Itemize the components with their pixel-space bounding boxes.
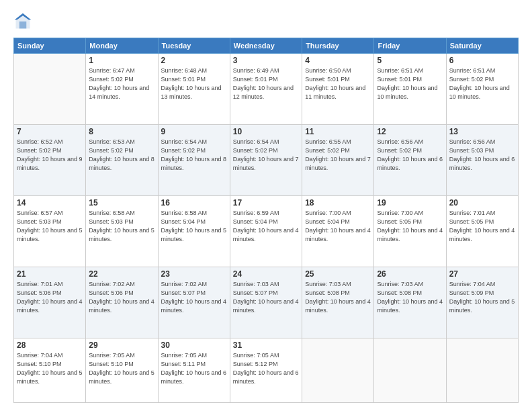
day-number: 23 [161,269,227,279]
day-info: Sunrise: 7:05 AMSunset: 5:10 PMDaylight:… [89,351,154,386]
day-info: Sunrise: 7:00 AMSunset: 5:04 PMDaylight:… [305,209,371,244]
calendar-cell [374,338,446,402]
calendar-cell: 30Sunrise: 7:05 AMSunset: 5:11 PMDayligh… [158,338,230,402]
weekday-header-saturday: Saturday [446,38,518,54]
calendar-week-row: 1Sunrise: 6:47 AMSunset: 5:02 PMDaylight… [14,54,519,125]
day-number: 28 [17,340,83,350]
day-number: 20 [449,198,515,208]
day-number: 12 [377,127,443,136]
calendar-cell: 17Sunrise: 6:59 AMSunset: 5:04 PMDayligh… [230,195,302,267]
calendar-cell: 5Sunrise: 6:51 AMSunset: 5:01 PMDaylight… [374,54,446,125]
calendar-cell: 15Sunrise: 6:58 AMSunset: 5:03 PMDayligh… [86,195,158,267]
day-info: Sunrise: 6:55 AMSunset: 5:02 PMDaylight:… [305,138,371,173]
calendar-cell: 29Sunrise: 7:05 AMSunset: 5:10 PMDayligh… [86,338,158,402]
calendar-cell: 19Sunrise: 7:00 AMSunset: 5:05 PMDayligh… [374,195,446,267]
day-number: 10 [233,127,299,136]
day-number: 22 [89,269,154,279]
day-number: 26 [377,269,443,279]
calendar-cell: 25Sunrise: 7:03 AMSunset: 5:08 PMDayligh… [302,267,374,338]
calendar-cell: 6Sunrise: 6:51 AMSunset: 5:02 PMDaylight… [446,54,518,125]
weekday-header-thursday: Thursday [302,38,374,54]
day-number: 24 [233,269,299,279]
day-number: 14 [17,198,83,208]
day-number: 21 [17,269,83,279]
day-number: 31 [233,340,299,350]
day-info: Sunrise: 7:05 AMSunset: 5:11 PMDaylight:… [161,351,227,386]
calendar-cell: 24Sunrise: 7:03 AMSunset: 5:07 PMDayligh… [230,267,302,338]
page: SundayMondayTuesdayWednesdayThursdayFrid… [0,0,532,411]
logo [13,12,35,31]
day-info: Sunrise: 6:49 AMSunset: 5:01 PMDaylight:… [233,66,299,101]
day-info: Sunrise: 6:56 AMSunset: 5:03 PMDaylight:… [449,138,515,173]
day-info: Sunrise: 6:54 AMSunset: 5:02 PMDaylight:… [233,138,299,173]
svg-rect-2 [19,21,27,29]
calendar-cell: 7Sunrise: 6:52 AMSunset: 5:02 PMDaylight… [14,124,86,195]
weekday-header-friday: Friday [374,38,446,54]
day-info: Sunrise: 7:02 AMSunset: 5:06 PMDaylight:… [89,280,154,315]
day-info: Sunrise: 6:51 AMSunset: 5:02 PMDaylight:… [449,66,515,101]
calendar-week-row: 7Sunrise: 6:52 AMSunset: 5:02 PMDaylight… [14,124,519,195]
calendar-cell: 27Sunrise: 7:04 AMSunset: 5:09 PMDayligh… [446,267,518,338]
day-info: Sunrise: 6:54 AMSunset: 5:02 PMDaylight:… [161,138,227,173]
calendar-cell [302,338,374,402]
calendar-cell: 3Sunrise: 6:49 AMSunset: 5:01 PMDaylight… [230,54,302,125]
weekday-header-wednesday: Wednesday [230,38,302,54]
calendar-week-row: 28Sunrise: 7:04 AMSunset: 5:10 PMDayligh… [14,338,519,402]
day-info: Sunrise: 7:03 AMSunset: 5:07 PMDaylight:… [233,280,299,315]
calendar-cell: 22Sunrise: 7:02 AMSunset: 5:06 PMDayligh… [86,267,158,338]
day-info: Sunrise: 7:03 AMSunset: 5:08 PMDaylight:… [305,280,371,315]
day-info: Sunrise: 7:04 AMSunset: 5:09 PMDaylight:… [449,280,515,315]
day-number: 17 [233,198,299,208]
day-number: 7 [17,127,83,136]
calendar-cell: 23Sunrise: 7:02 AMSunset: 5:07 PMDayligh… [158,267,230,338]
day-number: 29 [89,340,154,350]
day-info: Sunrise: 7:05 AMSunset: 5:12 PMDaylight:… [233,351,299,386]
day-number: 11 [305,127,371,136]
calendar-cell: 14Sunrise: 6:57 AMSunset: 5:03 PMDayligh… [14,195,86,267]
logo-icon [13,12,32,31]
day-info: Sunrise: 6:58 AMSunset: 5:03 PMDaylight:… [89,209,154,244]
calendar-cell: 1Sunrise: 6:47 AMSunset: 5:02 PMDaylight… [86,54,158,125]
header [13,12,519,31]
day-info: Sunrise: 6:57 AMSunset: 5:03 PMDaylight:… [17,209,83,244]
calendar-cell: 4Sunrise: 6:50 AMSunset: 5:01 PMDaylight… [302,54,374,125]
day-number: 3 [233,56,299,65]
calendar-cell: 16Sunrise: 6:58 AMSunset: 5:04 PMDayligh… [158,195,230,267]
day-info: Sunrise: 6:51 AMSunset: 5:01 PMDaylight:… [377,66,443,101]
weekday-header-sunday: Sunday [14,38,86,54]
day-info: Sunrise: 6:59 AMSunset: 5:04 PMDaylight:… [233,209,299,244]
day-info: Sunrise: 6:47 AMSunset: 5:02 PMDaylight:… [89,66,154,101]
day-info: Sunrise: 6:58 AMSunset: 5:04 PMDaylight:… [161,209,227,244]
day-number: 13 [449,127,515,136]
calendar-cell: 18Sunrise: 7:00 AMSunset: 5:04 PMDayligh… [302,195,374,267]
calendar-week-row: 21Sunrise: 7:01 AMSunset: 5:06 PMDayligh… [14,267,519,338]
day-number: 6 [449,56,515,65]
day-info: Sunrise: 6:52 AMSunset: 5:02 PMDaylight:… [17,138,83,173]
calendar-cell: 31Sunrise: 7:05 AMSunset: 5:12 PMDayligh… [230,338,302,402]
day-number: 18 [305,198,371,208]
calendar-cell: 28Sunrise: 7:04 AMSunset: 5:10 PMDayligh… [14,338,86,402]
weekday-header-row: SundayMondayTuesdayWednesdayThursdayFrid… [14,38,519,54]
day-info: Sunrise: 6:53 AMSunset: 5:02 PMDaylight:… [89,138,154,173]
calendar-cell: 2Sunrise: 6:48 AMSunset: 5:01 PMDaylight… [158,54,230,125]
day-number: 9 [161,127,227,136]
day-info: Sunrise: 7:04 AMSunset: 5:10 PMDaylight:… [17,351,83,386]
day-info: Sunrise: 7:00 AMSunset: 5:05 PMDaylight:… [377,209,443,244]
calendar-cell: 11Sunrise: 6:55 AMSunset: 5:02 PMDayligh… [302,124,374,195]
weekday-header-monday: Monday [86,38,158,54]
day-number: 19 [377,198,443,208]
calendar-cell: 13Sunrise: 6:56 AMSunset: 5:03 PMDayligh… [446,124,518,195]
day-number: 4 [305,56,371,65]
day-info: Sunrise: 7:01 AMSunset: 5:05 PMDaylight:… [449,209,515,244]
day-number: 30 [161,340,227,350]
calendar-cell [446,338,518,402]
day-info: Sunrise: 6:56 AMSunset: 5:02 PMDaylight:… [377,138,443,173]
calendar-cell: 12Sunrise: 6:56 AMSunset: 5:02 PMDayligh… [374,124,446,195]
day-number: 27 [449,269,515,279]
day-info: Sunrise: 7:01 AMSunset: 5:06 PMDaylight:… [17,280,83,315]
day-info: Sunrise: 7:03 AMSunset: 5:08 PMDaylight:… [377,280,443,315]
calendar-cell: 26Sunrise: 7:03 AMSunset: 5:08 PMDayligh… [374,267,446,338]
day-number: 5 [377,56,443,65]
calendar-cell [14,54,86,125]
calendar-cell: 10Sunrise: 6:54 AMSunset: 5:02 PMDayligh… [230,124,302,195]
